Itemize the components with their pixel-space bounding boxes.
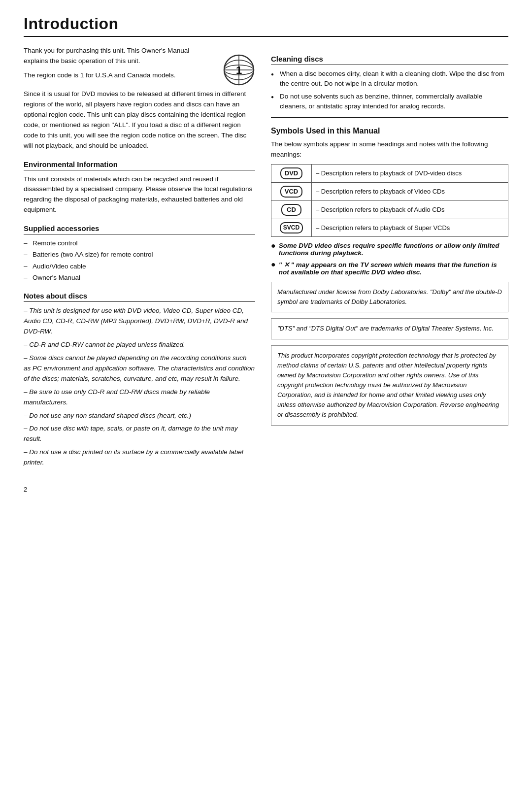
notes-item-4: – Do not use any non standard shaped dis…: [24, 411, 255, 421]
bullet-dot: ●: [271, 241, 276, 257]
table-row: SVCD – Description refers to playback of…: [271, 219, 508, 237]
region-badge: 1: [222, 53, 255, 86]
notes-item-2: – Some discs cannot be played depending …: [24, 353, 255, 384]
left-column: Thank you for purchasing this unit. This…: [24, 46, 255, 471]
intro-para3: Since it is usual for DVD movies to be r…: [24, 89, 255, 151]
notes-item-1: – CD-R and CD-RW cannot be played unless…: [24, 340, 255, 350]
bullet-dot: ●: [271, 260, 276, 276]
notice-box-1: Manufactured under license from Dolby La…: [271, 282, 508, 312]
table-row: DVD – Description refers to playback of …: [271, 164, 508, 182]
notice-box-2: "DTS" and "DTS Digital Out" are trademar…: [271, 318, 508, 339]
dvd-note1-text: Some DVD video discs require specific fu…: [279, 242, 508, 257]
notes-item-6: – Do not use a disc printed on its surfa…: [24, 447, 255, 468]
notes-item-0: – This unit is designed for use with DVD…: [24, 306, 255, 337]
disc-badge-cd: CD: [271, 201, 312, 219]
symbols-heading: Symbols Used in this Manual: [271, 127, 508, 137]
disc-desc-cd: – Description refers to playback of Audi…: [311, 201, 508, 219]
intro-para2: The region code is 1 for U.S.A and Canad…: [24, 70, 213, 81]
env-heading: Environmental Information: [24, 160, 255, 170]
notice-1-text: Manufactured under license from Dolby La…: [277, 288, 502, 305]
table-row: CD – Description refers to playback of A…: [271, 201, 508, 219]
page-number: 2: [24, 486, 27, 493]
symbols-table: DVD – Description refers to playback of …: [271, 164, 508, 237]
list-item: Do not use solvents such as benzine, thi…: [271, 92, 508, 112]
dvd-note2: ● " ✕ " may appears on the TV screen whi…: [271, 261, 508, 276]
symbols-intro: The below symbols appear in some heading…: [271, 139, 508, 160]
disc-badge-vcd: VCD: [271, 183, 312, 201]
dvd-note1: ● Some DVD video discs require specific …: [271, 242, 508, 257]
disc-desc-vcd: – Description refers to playback of Vide…: [311, 183, 508, 201]
table-row: VCD – Description refers to playback of …: [271, 183, 508, 201]
disc-badge-dvd: DVD: [271, 164, 312, 182]
disc-desc-dvd: – Description refers to playback of DVD-…: [311, 164, 508, 182]
notes-heading: Notes about discs: [24, 292, 255, 302]
disc-desc-svcd: – Description refers to playback of Supe…: [311, 219, 508, 237]
notes-item-5: – Do not use disc with tape, scals, or p…: [24, 424, 255, 444]
dvd-note2-text: " ✕ " may appears on the TV screen which…: [279, 261, 508, 276]
cleaning-heading: Cleaning discs: [271, 55, 508, 65]
cleaning-list: When a disc becomes dirty, clean it with…: [271, 69, 508, 111]
intro-para1: Thank you for purchasing this unit. This…: [24, 46, 213, 66]
notes-content: – This unit is designed for use with DVD…: [24, 306, 255, 468]
section-divider: [271, 117, 508, 118]
notice-box-3: This product incorporates copyright prot…: [271, 345, 508, 426]
list-item: Remote control: [24, 238, 255, 248]
env-para: This unit consists of materials which ca…: [24, 174, 255, 216]
list-item: When a disc becomes dirty, clean it with…: [271, 69, 508, 89]
intro-text: Thank you for purchasing this unit. This…: [24, 46, 213, 85]
notice-2-text: "DTS" and "DTS Digital Out" are trademar…: [277, 325, 494, 332]
svg-text:1: 1: [236, 64, 242, 76]
page-title: Introduction: [24, 15, 508, 37]
main-content: Thank you for purchasing this unit. This…: [24, 46, 508, 471]
disc-badge-svcd: SVCD: [271, 219, 312, 237]
right-column: Cleaning discs When a disc becomes dirty…: [271, 46, 508, 471]
list-item: Batteries (two AA size) for remote contr…: [24, 250, 255, 260]
accessories-heading: Supplied accessories: [24, 224, 255, 234]
list-item: Audio/Video cable: [24, 262, 255, 271]
notes-item-3: – Be sure to use only CD-R and CD-RW dis…: [24, 387, 255, 408]
notice-3-text: This product incorporates copyright prot…: [277, 352, 499, 419]
accessories-list: Remote control Batteries (two AA size) f…: [24, 238, 255, 283]
intro-section: Thank you for purchasing this unit. This…: [24, 46, 255, 86]
list-item: Owner's Manual: [24, 273, 255, 283]
